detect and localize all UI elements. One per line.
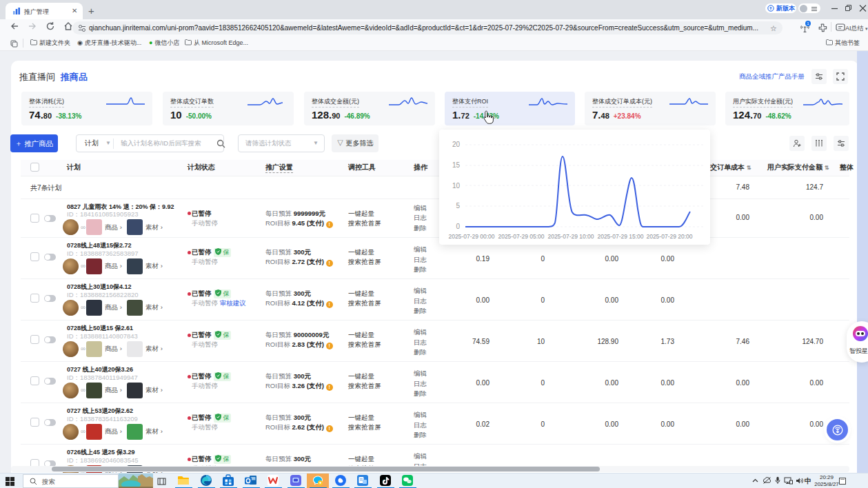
- svg-text:2025-07-29 00:00: 2025-07-29 00:00: [448, 233, 494, 240]
- svg-text:0: 0: [456, 223, 460, 230]
- svg-text:2025-07-29 20:00: 2025-07-29 20:00: [646, 233, 692, 240]
- svg-text:2025-07-29 10:00: 2025-07-29 10:00: [547, 233, 594, 240]
- svg-text:5: 5: [456, 202, 460, 210]
- svg-text:2025-07-29 15:00: 2025-07-29 15:00: [597, 233, 643, 240]
- svg-text:2025-07-29 05:00: 2025-07-29 05:00: [498, 233, 544, 240]
- svg-text:15: 15: [452, 161, 461, 169]
- svg-text:10: 10: [452, 182, 461, 190]
- svg-text:20: 20: [452, 141, 461, 148]
